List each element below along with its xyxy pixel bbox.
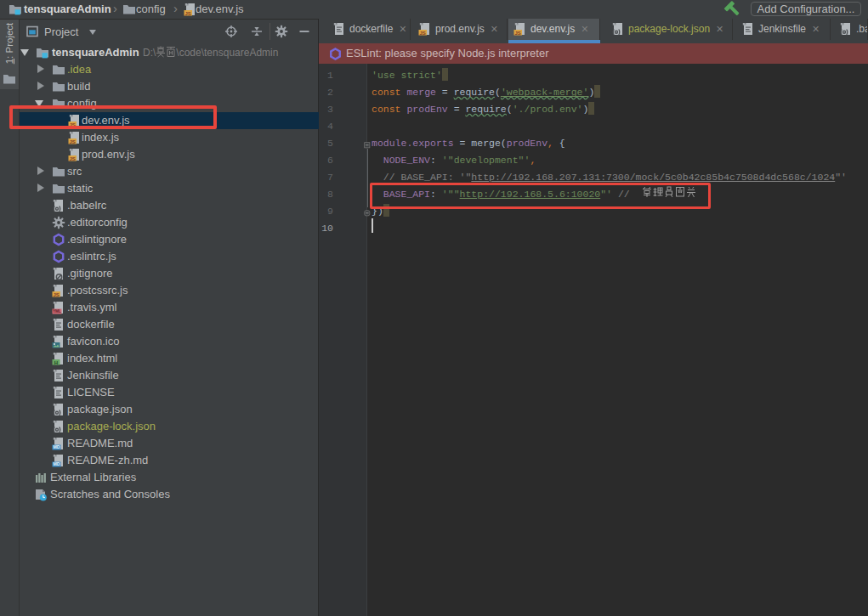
svg-text:JS: JS xyxy=(70,139,76,144)
svg-text:JS: JS xyxy=(70,156,76,161)
svg-text:MD: MD xyxy=(53,461,60,466)
svg-text:YML: YML xyxy=(53,309,61,314)
svg-text:JS: JS xyxy=(515,31,521,36)
svg-text:JS: JS xyxy=(54,292,60,297)
svg-text:JS: JS xyxy=(420,31,426,36)
svg-text:MD: MD xyxy=(53,444,60,449)
svg-text:H: H xyxy=(54,360,58,365)
